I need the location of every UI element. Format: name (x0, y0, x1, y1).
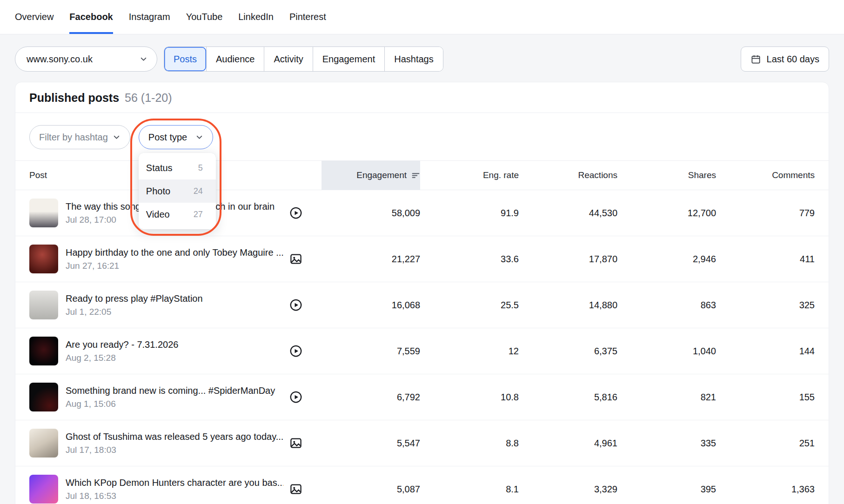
tab-audience[interactable]: Audience (206, 47, 264, 71)
nav-item-linkedin[interactable]: LinkedIn (238, 0, 274, 34)
post-title: Happy birthday to the one and only Tobey… (66, 247, 283, 258)
engagement-value: 58,009 (322, 208, 420, 219)
photo-icon (289, 482, 303, 496)
post-text: Ghost of Tsushima was released 5 years a… (66, 431, 289, 455)
tab-hashtags[interactable]: Hashtags (384, 47, 443, 71)
reactions-value: 6,375 (519, 346, 617, 357)
table-row[interactable]: Happy birthday to the one and only Tobey… (15, 236, 829, 282)
table-row[interactable]: Something brand new is coming... #Spider… (15, 374, 829, 420)
post-cell: Are you ready? - 7.31.2026 Aug 2, 15:28 (29, 337, 322, 365)
post-date: Jun 27, 16:21 (66, 261, 283, 271)
engagement-value: 5,547 (322, 438, 420, 449)
top-nav: Overview Facebook Instagram YouTube Link… (0, 0, 844, 34)
post-thumbnail (29, 245, 58, 273)
domain-select[interactable]: www.sony.co.uk (15, 46, 157, 72)
domain-select-value: www.sony.co.uk (27, 54, 93, 65)
eng-rate-value: 10.8 (420, 392, 519, 403)
date-range-label: Last 60 days (767, 54, 819, 65)
table-row[interactable]: The way this song scratches every itch i… (15, 190, 829, 236)
post-thumbnail (29, 291, 58, 319)
chevron-down-icon (195, 133, 203, 141)
post-date: Jul 1, 22:05 (66, 307, 283, 317)
shares-value: 2,946 (617, 254, 716, 265)
column-header-eng-rate[interactable]: Eng. rate (420, 161, 519, 190)
published-posts-card: Published posts 56 (1-20) Filter by hash… (15, 82, 829, 504)
reactions-value: 14,880 (519, 300, 617, 311)
sort-desc-icon (411, 171, 420, 180)
post-cell: Which KPop Demon Hunters character are y… (29, 475, 322, 504)
eng-rate-value: 33.6 (420, 254, 519, 265)
column-header-comments[interactable]: Comments (716, 161, 815, 190)
shares-value: 395 (617, 484, 716, 495)
video-icon (289, 390, 303, 404)
comments-value: 155 (716, 392, 815, 403)
reactions-value: 3,329 (519, 484, 617, 495)
menu-item-label: Video (146, 209, 170, 220)
column-header-shares[interactable]: Shares (617, 161, 716, 190)
menu-item-video[interactable]: Video 27 (139, 203, 216, 226)
card-header: Published posts 56 (1-20) (15, 82, 829, 113)
post-type-dropdown[interactable]: Post type (139, 125, 213, 149)
column-header-label: Engagement (356, 170, 407, 180)
tab-engagement[interactable]: Engagement (313, 47, 384, 71)
post-cell: Happy birthday to the one and only Tobey… (29, 245, 322, 273)
comments-value: 779 (716, 208, 815, 219)
menu-item-status[interactable]: Status 5 (139, 156, 216, 179)
shares-value: 335 (617, 438, 716, 449)
engagement-value: 7,559 (322, 346, 420, 357)
video-icon (289, 298, 303, 312)
column-header-engagement[interactable]: Engagement (322, 161, 420, 190)
table-header: Post Engagement Eng. rate Reactions Shar… (15, 160, 829, 190)
post-date: Jul 18, 16:53 (66, 491, 283, 501)
filter-by-hashtag-dropdown[interactable]: Filter by hashtag (29, 125, 130, 149)
photo-icon (289, 252, 303, 266)
post-date: Aug 2, 15:28 (66, 353, 283, 363)
menu-item-count: 27 (194, 210, 203, 219)
nav-item-overview[interactable]: Overview (15, 0, 54, 34)
column-header-reactions[interactable]: Reactions (519, 161, 617, 190)
reactions-value: 44,530 (519, 208, 617, 219)
eng-rate-value: 91.9 (420, 208, 519, 219)
menu-item-count: 5 (198, 163, 203, 173)
engagement-value: 5,087 (322, 484, 420, 495)
reactions-value: 5,816 (519, 392, 617, 403)
table-row[interactable]: Are you ready? - 7.31.2026 Aug 2, 15:28 … (15, 328, 829, 374)
page-title: Published posts (29, 91, 119, 105)
filter-by-hashtag-label: Filter by hashtag (39, 132, 108, 143)
table-row[interactable]: Ready to press play #PlayStation Jul 1, … (15, 282, 829, 328)
nav-item-youtube[interactable]: YouTube (186, 0, 223, 34)
post-title: Ready to press play #PlayStation (66, 293, 283, 304)
reactions-value: 17,870 (519, 254, 617, 265)
nav-item-facebook[interactable]: Facebook (69, 0, 113, 34)
engagement-value: 16,068 (322, 300, 420, 311)
table-row[interactable]: Ghost of Tsushima was released 5 years a… (15, 420, 829, 466)
eng-rate-value: 12 (420, 346, 519, 357)
eng-rate-value: 8.8 (420, 438, 519, 449)
toolbar: www.sony.co.uk Posts Audience Activity E… (0, 34, 844, 72)
tab-posts[interactable]: Posts (164, 47, 206, 71)
shares-value: 12,700 (617, 208, 716, 219)
table-row[interactable]: Which KPop Demon Hunters character are y… (15, 466, 829, 504)
post-cell: Ghost of Tsushima was released 5 years a… (29, 429, 322, 458)
tab-activity[interactable]: Activity (264, 47, 312, 71)
post-type-label: Post type (148, 132, 187, 143)
date-range-button[interactable]: Last 60 days (741, 46, 829, 72)
eng-rate-value: 25.5 (420, 300, 519, 311)
post-text: Ready to press play #PlayStation Jul 1, … (66, 293, 289, 317)
engagement-value: 6,792 (322, 392, 420, 403)
nav-item-instagram[interactable]: Instagram (129, 0, 170, 34)
post-cell: Something brand new is coming... #Spider… (29, 383, 322, 411)
chevron-down-icon (113, 133, 121, 141)
post-thumbnail (29, 199, 58, 227)
comments-value: 411 (716, 254, 815, 265)
menu-item-label: Status (146, 163, 173, 173)
post-cell: Ready to press play #PlayStation Jul 1, … (29, 291, 322, 319)
post-text: Are you ready? - 7.31.2026 Aug 2, 15:28 (66, 339, 289, 363)
comments-value: 1,363 (716, 484, 815, 495)
menu-item-photo[interactable]: Photo 24 (139, 179, 216, 203)
comments-value: 144 (716, 346, 815, 357)
posts-count: 56 (1-20) (125, 91, 172, 105)
video-icon (289, 344, 303, 358)
nav-item-pinterest[interactable]: Pinterest (289, 0, 326, 34)
reactions-value: 4,961 (519, 438, 617, 449)
